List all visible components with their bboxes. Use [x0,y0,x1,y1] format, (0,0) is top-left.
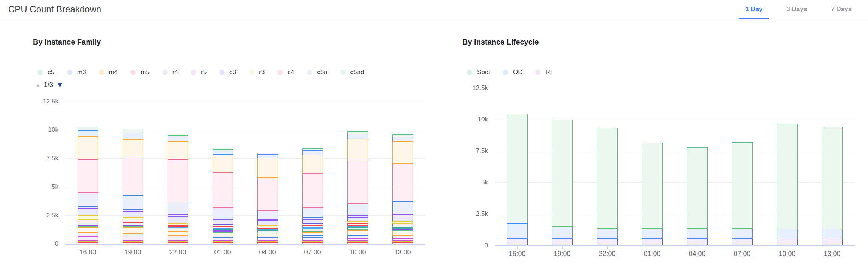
stacked-bar-13:00 [822,127,843,246]
legend-item-m4[interactable]: m4 [99,69,118,76]
legend-item-r5[interactable]: r5 [191,69,207,76]
legend-label: c5 [48,69,54,76]
bars-area [65,102,425,244]
legend-swatch-icon [130,70,136,75]
x-axis-label: 10:00 [765,250,810,258]
legend-item-Spot[interactable]: Spot [467,69,490,76]
legend-item-c4[interactable]: c4 [277,69,294,76]
bar-segment-m5 [78,159,98,193]
bar-slot-10:00 [335,102,380,244]
legend-swatch-icon [99,70,104,75]
bar-segment-steel [78,233,98,236]
x-axis-label: 16:00 [65,248,110,256]
x-axis-tick [697,245,697,249]
bar-segment-OD [732,229,753,239]
x-axis-label: 07:00 [290,248,335,256]
bar-segment-RI [642,239,663,245]
y-axis-tick-label: 2.5k [31,212,58,219]
x-axis-label: 10:00 [335,248,380,256]
bar-segment-r5 [392,214,413,217]
tab-1-day[interactable]: 1 Day [733,0,774,19]
bar-segment-c3 [392,217,413,221]
bar-segment-OD [597,229,618,239]
tab-3-days[interactable]: 3 Days [774,0,819,19]
legend-item-OD[interactable]: OD [503,69,523,76]
stacked-bar-16:00 [507,114,528,245]
x-axis-tick [562,245,563,249]
time-range-tabs: 1 Day 3 Days 7 Days [733,0,868,19]
x-axis-tick [517,245,518,249]
legend-item-c3[interactable]: c3 [219,69,236,76]
legend-label: r3 [259,69,265,76]
bar-slot-16:00 [65,102,110,244]
tab-7-days[interactable]: 7 Days [819,0,864,19]
x-axis-tick [403,244,403,247]
bar-segment-steel [168,236,188,239]
legend-swatch-icon [467,70,472,75]
bar-segment-r3 [78,215,98,220]
legend-page-up-icon[interactable]: ▲ [35,82,41,88]
bar-slot-19:00 [540,88,585,245]
bar-segment-m3 [78,130,98,136]
legend-item-m5[interactable]: m5 [130,69,150,76]
legend-item-m3[interactable]: m3 [67,69,86,76]
bar-segment-RI [777,239,798,245]
legend-item-r4[interactable]: r4 [162,69,178,76]
legend-label: m3 [77,69,86,76]
instance-family-plot: 12.5k10k7.5k5k2.5k0 [65,102,425,244]
stacked-bar-07:00 [732,142,753,246]
bar-segment-m4 [213,155,233,172]
bar-segment-c5 [392,134,413,137]
stacked-bar-19:00 [552,120,573,245]
bars-area [495,88,855,245]
bar-segment-m4 [78,136,98,159]
bar-slot-16:00 [495,88,540,245]
stacked-bar-04:00 [687,147,708,245]
bar-segment-r4 [257,211,278,219]
bar-segment-m3 [213,150,233,155]
bar-segment-r4 [78,193,98,207]
legend-item-c5a[interactable]: c5a [307,69,327,76]
bar-slot-04:00 [245,102,290,244]
bar-segment-m4 [168,141,188,160]
bar-segment-amber [213,233,233,236]
bar-segment-magenta [123,236,143,241]
bar-segment-magenta [302,238,323,241]
bar-segment-r3 [123,217,143,220]
x-axis-label: 19:00 [540,250,585,258]
x-axis-tick [787,245,787,249]
legend-label: c4 [287,69,294,76]
bar-segment-m5 [392,164,413,202]
instance-lifecycle-legend: SpotODRI [467,67,859,77]
x-axis-tick [742,245,742,249]
y-axis-tick-label: 12.5k [31,98,58,105]
bar-slot-10:00 [765,88,810,245]
legend-item-c5[interactable]: c5 [37,69,54,76]
bar-segment-OD [642,229,663,239]
bar-segment-c3 [78,209,98,215]
bar-slot-01:00 [630,88,675,245]
x-axis-label: 04:00 [675,250,720,258]
x-axis-label: 19:00 [110,248,155,256]
legend-label: c5ad [350,69,364,76]
bar-segment-magenta [213,238,233,241]
legend-page-down-icon[interactable]: ▼ [56,81,64,89]
legend-item-c5ad[interactable]: c5ad [340,69,364,76]
instance-family-legend: c5m3m4m5r4r5c3r3c4c5ac5ad [37,67,430,77]
legend-swatch-icon [340,70,346,75]
x-axis-label: 13:00 [380,248,425,256]
legend-swatch-icon [37,70,43,75]
bar-segment-c3 [213,220,233,225]
legend-swatch-icon [535,70,540,75]
page-header: CPU Count Breakdown 1 Day 3 Days 7 Days [0,0,868,19]
legend-item-RI[interactable]: RI [535,69,552,76]
bar-segment-Spot [597,128,618,229]
bar-segment-magenta [78,236,98,241]
bar-segment-steel [392,236,413,238]
bar-segment-OD [552,227,573,239]
bar-segment-Spot [822,127,843,229]
x-axis-tick [652,245,652,249]
legend-page-indicator: 1/3 [44,81,53,89]
page-title: CPU Count Breakdown [8,4,101,15]
legend-item-r3[interactable]: r3 [249,69,265,76]
